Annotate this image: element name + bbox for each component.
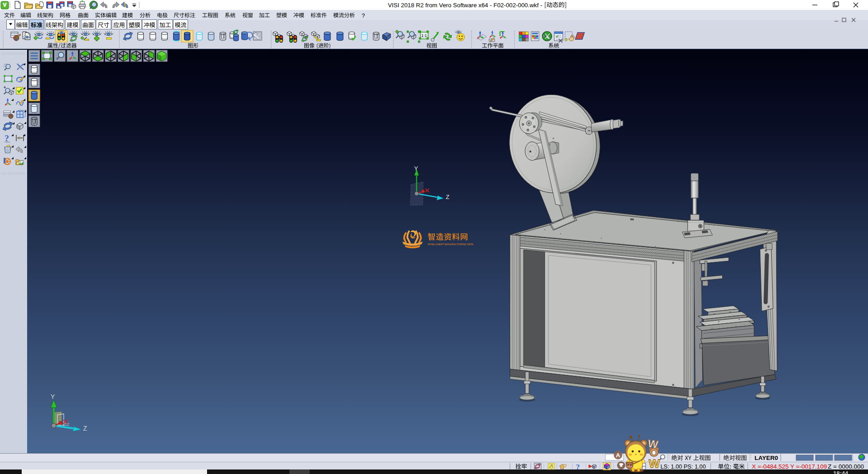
svg-text:INTELLIGENT MANUFACTURING DATA: INTELLIGENT MANUFACTURING DATA [428, 243, 474, 246]
svg-text:X =-0484.525 Y =-0017.109: X =-0484.525 Y =-0017.109 [752, 463, 827, 470]
svg-text:?: ? [576, 463, 580, 471]
svg-text:A: A [616, 452, 620, 459]
svg-text:?: ? [362, 12, 365, 19]
svg-text:Z = 0000.000: Z = 0000.000 [828, 463, 864, 470]
svg-text:W: W [649, 457, 660, 470]
svg-text:LS: 1.00 PS: 1.00: LS: 1.00 PS: 1.00 [660, 463, 706, 470]
svg-text:18:44: 18:44 [833, 470, 849, 474]
svg-text:LAYER0: LAYER0 [755, 455, 778, 461]
